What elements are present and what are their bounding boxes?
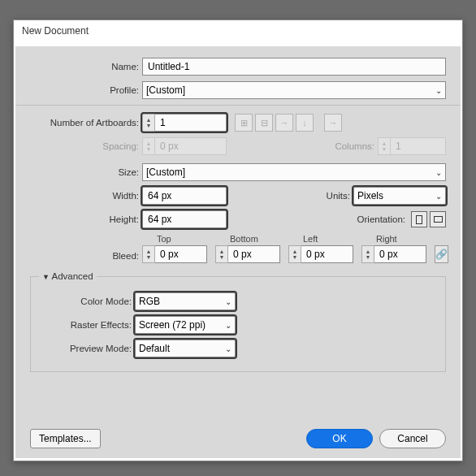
chevron-down-icon: ⌄ xyxy=(225,344,232,353)
width-input[interactable] xyxy=(142,187,227,205)
columns-spinner: ▲▼ xyxy=(378,137,391,155)
width-label: Width: xyxy=(30,191,142,201)
dialog-title: New Document xyxy=(14,20,462,45)
bleed-left-input[interactable] xyxy=(301,245,353,263)
units-select[interactable]: Pixels ⌄ xyxy=(353,187,446,205)
arrange-row-icon[interactable]: → xyxy=(275,114,293,132)
bleed-right-label: Right xyxy=(361,234,431,244)
landscape-icon xyxy=(434,216,443,223)
bleed-right-input[interactable] xyxy=(374,245,426,263)
units-value: Pixels xyxy=(357,190,383,201)
divider xyxy=(15,105,461,106)
advanced-label: Advanced xyxy=(51,271,93,281)
color-mode-value: RGB xyxy=(139,296,160,307)
color-mode-select[interactable]: RGB ⌄ xyxy=(135,292,236,310)
height-label: Height: xyxy=(30,214,142,224)
bleed-top-input[interactable] xyxy=(155,245,207,263)
height-input[interactable] xyxy=(142,210,227,228)
profile-value: [Custom] xyxy=(146,84,185,96)
advanced-section: ▼ Advanced Color Mode: RGB ⌄ Raster Effe… xyxy=(30,271,446,372)
bleed-top-label: Top xyxy=(142,234,212,244)
chevron-down-icon: ⌄ xyxy=(435,192,442,201)
arrange-grid-col-icon[interactable]: ⊟ xyxy=(255,114,273,132)
spacing-label: Spacing: xyxy=(30,141,142,151)
bleed-link-button[interactable]: 🔗 xyxy=(435,245,448,263)
dialog-body: Name: Profile: [Custom] ⌄ Number of Artb… xyxy=(15,46,461,458)
portrait-icon xyxy=(416,215,422,224)
size-select[interactable]: [Custom] ⌄ xyxy=(142,163,446,181)
bleed-label: Bleed: xyxy=(30,251,142,263)
new-document-dialog: New Document Name: Profile: [Custom] ⌄ N… xyxy=(13,19,463,461)
bleed-left-spinner[interactable]: ▲▼ xyxy=(288,245,301,263)
preview-mode-label: Preview Mode: xyxy=(39,344,135,353)
arrange-grid-row-icon[interactable]: ⊞ xyxy=(235,114,253,132)
size-value: [Custom] xyxy=(146,167,185,178)
name-label: Name: xyxy=(30,62,142,71)
arrange-col-icon[interactable]: ↓ xyxy=(296,114,314,132)
chevron-down-icon: ⌄ xyxy=(435,168,442,177)
chevron-down-icon: ⌄ xyxy=(435,86,442,95)
size-label: Size: xyxy=(30,167,142,177)
artboards-spinner[interactable]: ▲▼ xyxy=(142,114,155,132)
artboards-label: Number of Artboards: xyxy=(30,118,142,128)
orientation-portrait-button[interactable] xyxy=(411,211,427,227)
disclosure-triangle-icon: ▼ xyxy=(42,273,50,281)
chevron-down-icon: ⌄ xyxy=(225,321,232,330)
orientation-landscape-button[interactable] xyxy=(430,211,446,227)
arrange-rtl-icon[interactable]: → xyxy=(324,114,342,132)
ok-button[interactable]: OK xyxy=(306,429,373,448)
bleed-left-label: Left xyxy=(288,234,358,244)
bleed-bottom-spinner[interactable]: ▲▼ xyxy=(215,245,228,263)
profile-label: Profile: xyxy=(30,85,142,95)
dialog-footer: Templates... OK Cancel xyxy=(30,429,446,448)
bleed-bottom-input[interactable] xyxy=(228,245,280,263)
profile-select[interactable]: [Custom] ⌄ xyxy=(142,81,446,99)
cancel-button[interactable]: Cancel xyxy=(379,429,446,448)
columns-input xyxy=(391,137,446,155)
spacing-input xyxy=(155,137,227,155)
raster-effects-value: Screen (72 ppi) xyxy=(139,319,206,331)
columns-label: Columns: xyxy=(321,141,378,151)
name-input[interactable] xyxy=(142,58,446,76)
chevron-down-icon: ⌄ xyxy=(225,297,232,306)
spacing-spinner: ▲▼ xyxy=(142,137,155,155)
units-label: Units: xyxy=(313,191,353,201)
bleed-top-spinner[interactable]: ▲▼ xyxy=(142,245,155,263)
preview-mode-value: Default xyxy=(139,343,170,354)
advanced-legend[interactable]: ▼ Advanced xyxy=(39,271,97,281)
bleed-right-spinner[interactable]: ▲▼ xyxy=(361,245,374,263)
raster-effects-select[interactable]: Screen (72 ppi) ⌄ xyxy=(135,316,236,334)
color-mode-label: Color Mode: xyxy=(39,296,135,306)
raster-effects-label: Raster Effects: xyxy=(39,320,135,330)
artboards-input[interactable] xyxy=(155,114,227,132)
bleed-bottom-label: Bottom xyxy=(215,234,285,244)
orientation-label: Orientation: xyxy=(344,214,409,224)
preview-mode-select[interactable]: Default ⌄ xyxy=(135,340,236,357)
templates-button[interactable]: Templates... xyxy=(30,429,101,448)
